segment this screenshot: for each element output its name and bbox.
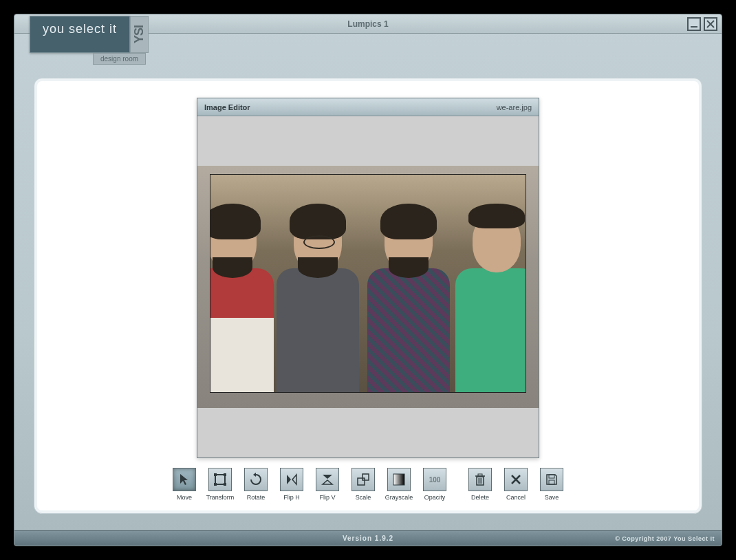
svg-rect-7 — [224, 483, 226, 486]
tool-label: Opacity — [424, 494, 446, 501]
flipv-button[interactable] — [316, 468, 339, 491]
footer: Version 1.9.2 © Copyright 2007 You Selec… — [14, 530, 722, 546]
rotate-tool[interactable]: Rotate — [241, 468, 270, 501]
window-controls — [687, 17, 717, 31]
svg-rect-6 — [214, 483, 217, 486]
svg-rect-10 — [393, 474, 404, 485]
svg-rect-8 — [358, 478, 365, 485]
logo-badge: YSI — [130, 16, 149, 53]
flip-horizontal-icon — [285, 473, 299, 486]
save-tool[interactable]: Save — [537, 468, 566, 501]
image-layer[interactable] — [197, 166, 539, 408]
transform-icon — [213, 473, 227, 486]
svg-rect-16 — [478, 474, 482, 476]
trash-icon — [473, 473, 487, 486]
save-icon — [545, 473, 559, 486]
opacity-button[interactable]: 100 — [423, 468, 446, 491]
cancel-button[interactable] — [504, 468, 528, 491]
move-tool[interactable]: Move — [170, 468, 199, 501]
svg-rect-4 — [214, 473, 217, 476]
move-button[interactable] — [173, 468, 196, 491]
workspace: Image Editor we-are.jpg — [14, 34, 722, 530]
scale-tool[interactable]: Scale — [349, 468, 378, 501]
svg-rect-3 — [215, 475, 225, 484]
cancel-tool[interactable]: Cancel — [501, 468, 530, 501]
image-content — [210, 175, 526, 392]
scale-icon — [356, 473, 370, 486]
version-text: Version 1.9.2 — [343, 535, 393, 542]
close-icon — [706, 20, 715, 28]
branding: you select it YSI design room — [30, 16, 149, 65]
opacity-value: 100 — [429, 476, 441, 484]
svg-rect-20 — [549, 480, 554, 484]
rotate-button[interactable] — [244, 468, 268, 491]
tool-label: Flip H — [283, 494, 300, 501]
flip-vertical-icon — [321, 473, 334, 486]
save-button[interactable] — [540, 468, 563, 491]
image-selection[interactable] — [210, 174, 526, 393]
tool-label: Scale — [356, 494, 371, 501]
tool-label: Rotate — [247, 494, 266, 501]
canvas[interactable] — [197, 116, 539, 457]
transform-button[interactable] — [208, 468, 232, 491]
fliph-tool[interactable]: Flip H — [277, 468, 306, 501]
delete-button[interactable] — [468, 468, 492, 491]
tool-label: Cancel — [506, 494, 526, 501]
delete-tool[interactable]: Delete — [466, 468, 495, 501]
copyright-text: © Copyright 2007 You Select It — [615, 535, 715, 542]
close-button[interactable] — [704, 17, 717, 31]
toolbar: Move Transform Rotate — [170, 468, 566, 508]
tool-label: Delete — [471, 494, 489, 501]
opacity-tool[interactable]: 100 Opacity — [420, 468, 449, 501]
svg-rect-5 — [224, 473, 226, 476]
logo-text: you select it — [30, 16, 130, 53]
minimize-icon — [690, 20, 698, 28]
svg-rect-9 — [362, 474, 369, 480]
fliph-button[interactable] — [280, 468, 303, 491]
editor-filename: we-are.jpg — [497, 103, 532, 111]
image-editor: Image Editor we-are.jpg — [197, 98, 539, 458]
editor-panel: Image Editor we-are.jpg — [34, 78, 702, 514]
tool-label: Grayscale — [385, 494, 413, 501]
tool-label: Save — [545, 494, 559, 501]
app-window: Lumpics 1 you select it YSI design room … — [14, 14, 722, 546]
scale-button[interactable] — [351, 468, 375, 491]
tool-label: Flip V — [319, 494, 335, 501]
editor-title: Image Editor — [204, 103, 250, 111]
transform-tool[interactable]: Transform — [206, 468, 235, 501]
minimize-button[interactable] — [687, 17, 701, 31]
tool-label: Move — [177, 494, 192, 501]
grayscale-icon — [392, 473, 406, 486]
grayscale-button[interactable] — [387, 468, 411, 491]
cancel-icon — [509, 473, 523, 486]
window-title: Lumpics 1 — [347, 19, 388, 29]
editor-header[interactable]: Image Editor we-are.jpg — [197, 98, 539, 116]
logo-subtitle: design room — [93, 53, 146, 65]
flipv-tool[interactable]: Flip V — [313, 468, 342, 501]
tool-label: Transform — [206, 494, 235, 501]
cursor-icon — [177, 473, 191, 486]
rotate-icon — [249, 473, 263, 486]
grayscale-tool[interactable]: Grayscale — [385, 468, 413, 501]
